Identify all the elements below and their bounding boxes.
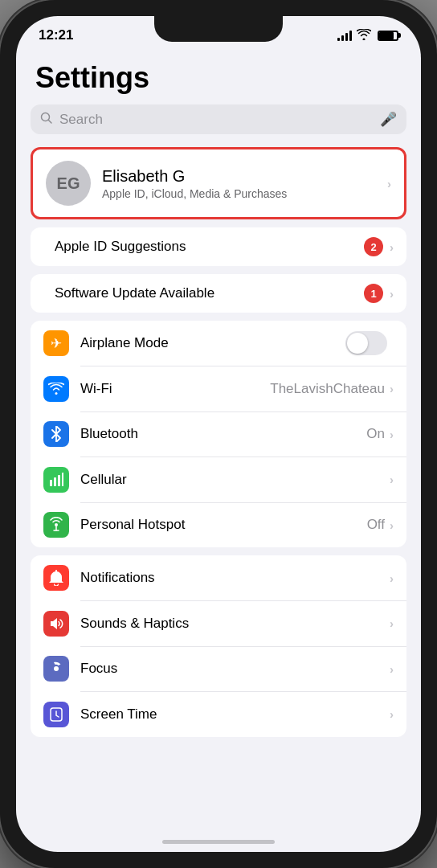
apple-id-badge: 2	[364, 237, 383, 256]
sounds-row[interactable]: Sounds & Haptics ›	[31, 601, 406, 646]
wifi-label: Wi-Fi	[80, 381, 270, 397]
airplane-mode-icon: ✈	[43, 330, 69, 356]
screen-time-label: Screen Time	[80, 706, 390, 723]
svg-rect-4	[62, 473, 63, 486]
svg-rect-3	[58, 475, 60, 486]
profile-name: Elisabeth G	[102, 167, 387, 186]
sounds-label: Sounds & Haptics	[80, 616, 390, 632]
notifications-section: Notifications › Sounds & Haptics ›	[31, 555, 406, 737]
profile-chevron: ›	[387, 177, 391, 190]
cellular-chevron: ›	[390, 473, 394, 486]
hotspot-row[interactable]: Personal Hotspot Off ›	[31, 502, 406, 547]
apple-id-suggestions-label: Apple ID Suggestions	[55, 239, 364, 255]
battery-icon	[378, 31, 398, 41]
notifications-chevron: ›	[390, 571, 394, 585]
profile-row[interactable]: EG Elisabeth G Apple ID, iCloud, Media &…	[31, 147, 406, 219]
focus-label: Focus	[80, 661, 390, 677]
bluetooth-row[interactable]: Bluetooth On ›	[31, 411, 406, 457]
hotspot-chevron: ›	[390, 518, 394, 532]
screen-time-chevron: ›	[390, 707, 394, 721]
cellular-row[interactable]: Cellular ›	[31, 457, 406, 502]
wifi-status-icon	[357, 29, 371, 43]
software-update-chevron: ›	[390, 287, 394, 301]
airplane-mode-label: Airplane Mode	[80, 335, 345, 351]
search-bar[interactable]: Search 🎤	[31, 104, 406, 134]
sounds-chevron: ›	[390, 616, 394, 630]
cellular-icon	[43, 467, 69, 493]
notch	[154, 16, 283, 42]
hotspot-icon	[43, 512, 69, 538]
apple-id-chevron: ›	[390, 240, 394, 254]
notifications-row[interactable]: Notifications ›	[31, 555, 406, 600]
svg-rect-1	[50, 480, 52, 486]
apple-id-suggestions-card[interactable]: Apple ID Suggestions 2 ›	[31, 227, 406, 266]
wifi-icon	[43, 376, 69, 402]
search-placeholder: Search	[59, 112, 374, 128]
sounds-icon	[43, 611, 69, 637]
bluetooth-icon	[43, 421, 69, 447]
airplane-mode-row[interactable]: ✈ Airplane Mode	[31, 321, 406, 366]
search-icon	[40, 112, 53, 128]
bluetooth-value: On	[366, 426, 385, 442]
software-update-card[interactable]: Software Update Available 1 ›	[31, 274, 406, 313]
software-update-label: Software Update Available	[55, 285, 364, 301]
wifi-row[interactable]: Wi-Fi TheLavishChateau ›	[31, 366, 406, 411]
status-time: 12:21	[39, 27, 73, 43]
svg-rect-2	[54, 477, 56, 486]
phone-screen: 12:21	[16, 16, 421, 852]
home-indicator	[162, 840, 275, 844]
screen-time-icon	[43, 702, 69, 727]
airplane-mode-toggle[interactable]	[345, 331, 387, 355]
software-update-row[interactable]: Software Update Available 1 ›	[31, 274, 406, 313]
focus-icon	[43, 656, 69, 682]
hotspot-label: Personal Hotspot	[80, 517, 367, 533]
cellular-label: Cellular	[80, 472, 390, 488]
focus-row[interactable]: Focus ›	[31, 646, 406, 691]
connectivity-section: ✈ Airplane Mode	[31, 321, 406, 547]
notifications-icon	[43, 565, 69, 591]
bluetooth-label: Bluetooth	[80, 426, 366, 442]
avatar: EG	[46, 161, 91, 206]
bluetooth-chevron: ›	[390, 428, 394, 441]
hotspot-value: Off	[367, 517, 385, 533]
apple-id-suggestions-row[interactable]: Apple ID Suggestions 2 ›	[31, 227, 406, 266]
profile-info: Elisabeth G Apple ID, iCloud, Media & Pu…	[102, 167, 387, 200]
profile-subtitle: Apple ID, iCloud, Media & Purchases	[102, 187, 387, 200]
page-title: Settings	[16, 55, 421, 104]
software-update-badge: 1	[364, 284, 383, 303]
signal-icon	[337, 30, 352, 41]
settings-content[interactable]: Settings Search 🎤 EG Elisabeth G	[16, 47, 421, 852]
screen-time-row[interactable]: Screen Time ›	[31, 692, 406, 737]
status-icons	[337, 29, 398, 43]
wifi-value: TheLavishChateau	[270, 381, 385, 397]
focus-chevron: ›	[390, 662, 394, 676]
notifications-label: Notifications	[80, 570, 390, 586]
phone-frame: 12:21	[0, 0, 437, 868]
wifi-chevron: ›	[390, 382, 394, 395]
mic-icon: 🎤	[380, 111, 397, 128]
